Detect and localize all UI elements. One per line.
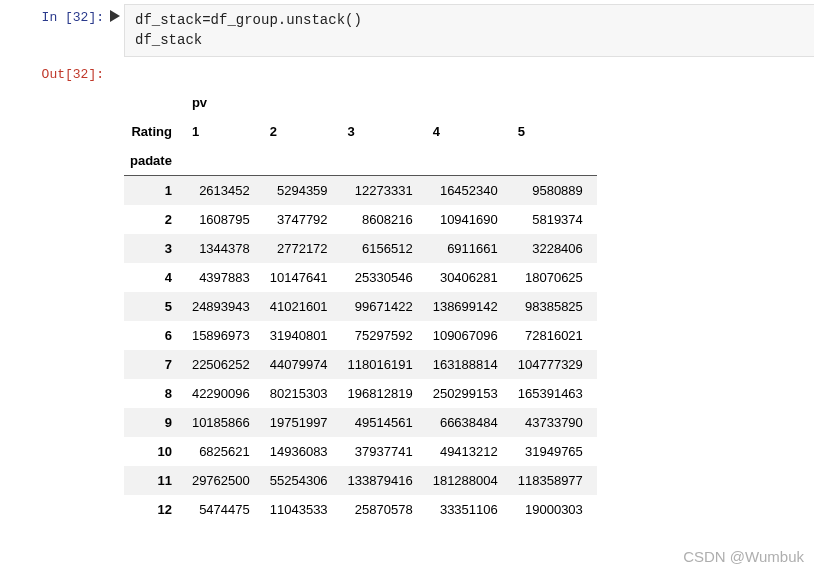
table-row: 1068256211493608337937741494132123194976… — [124, 437, 597, 466]
table-row: 7225062524407997411801619116318881410477… — [124, 350, 597, 379]
table-row-index-row: padate — [124, 146, 597, 176]
cell-value: 14936083 — [264, 437, 342, 466]
cell-value: 16452340 — [427, 176, 512, 206]
output-area: pv Rating 1 2 3 4 5 padate 1261345252943… — [0, 82, 814, 524]
cell-value: 80215303 — [264, 379, 342, 408]
code-input[interactable]: df_stack=df_group.unstack() df_stack — [124, 4, 814, 57]
table-row: 1254744751104353325870578333511061900030… — [124, 495, 597, 524]
in-prompt: In [32]: — [0, 4, 110, 25]
row-index-name: padate — [124, 146, 186, 176]
cell-value: 250299153 — [427, 379, 512, 408]
cell-value: 1608795 — [186, 205, 264, 234]
cell-value: 31940801 — [264, 321, 342, 350]
input-cell: In [32]: df_stack=df_group.unstack() df_… — [0, 0, 814, 57]
col-header: 3 — [342, 117, 427, 146]
cell-value: 22506252 — [186, 350, 264, 379]
table-row: 12613452529435912273331164523409580889 — [124, 176, 597, 206]
row-index: 8 — [124, 379, 186, 408]
cell-value: 2772172 — [264, 234, 342, 263]
cell-value: 19000303 — [512, 495, 597, 524]
row-index: 6 — [124, 321, 186, 350]
code-line: df_stack — [135, 31, 804, 51]
cell-value: 49413212 — [427, 437, 512, 466]
cell-value: 104777329 — [512, 350, 597, 379]
cell-value: 43733790 — [512, 408, 597, 437]
cell-value: 49514561 — [342, 408, 427, 437]
cell-value: 1344378 — [186, 234, 264, 263]
cell-value: 10941690 — [427, 205, 512, 234]
cell-value: 29762500 — [186, 466, 264, 495]
col-index-name: Rating — [124, 117, 186, 146]
svg-marker-0 — [110, 10, 120, 22]
row-index: 4 — [124, 263, 186, 292]
table-col-index-row: Rating 1 2 3 4 5 — [124, 117, 597, 146]
row-index: 2 — [124, 205, 186, 234]
table-row: 9101858661975199749514561666384844373379… — [124, 408, 597, 437]
table-row: 5248939434102160199671422138699142983858… — [124, 292, 597, 321]
cell-value: 5819374 — [512, 205, 597, 234]
table-row: 1129762500552543061338794161812880041183… — [124, 466, 597, 495]
run-icon[interactable] — [110, 4, 124, 22]
row-index: 11 — [124, 466, 186, 495]
cell-value: 118016191 — [342, 350, 427, 379]
cell-value: 25330546 — [342, 263, 427, 292]
cell-value: 42290096 — [186, 379, 264, 408]
table-row: 6158969733194080175297592109067096728160… — [124, 321, 597, 350]
cell-value: 99671422 — [342, 292, 427, 321]
cell-value: 15896973 — [186, 321, 264, 350]
table-row: 2160879537477928608216109416905819374 — [124, 205, 597, 234]
cell-value: 181288004 — [427, 466, 512, 495]
cell-value: 18070625 — [512, 263, 597, 292]
cell-value: 41021601 — [264, 292, 342, 321]
cell-value: 5474475 — [186, 495, 264, 524]
table-row: 313443782772172615651269116613228406 — [124, 234, 597, 263]
cell-value: 33351106 — [427, 495, 512, 524]
cell-value: 5294359 — [264, 176, 342, 206]
cell-value: 6911661 — [427, 234, 512, 263]
row-index: 10 — [124, 437, 186, 466]
cell-value: 3747792 — [264, 205, 342, 234]
cell-value: 98385825 — [512, 292, 597, 321]
cell-value: 6825621 — [186, 437, 264, 466]
col-header: 4 — [427, 117, 512, 146]
cell-value: 75297592 — [342, 321, 427, 350]
col-header: 1 — [186, 117, 264, 146]
cell-value: 3228406 — [512, 234, 597, 263]
cell-value: 2613452 — [186, 176, 264, 206]
cell-value: 72816021 — [512, 321, 597, 350]
cell-value: 138699142 — [427, 292, 512, 321]
row-index: 3 — [124, 234, 186, 263]
cell-value: 10185866 — [186, 408, 264, 437]
row-index: 1 — [124, 176, 186, 206]
col-header: 2 — [264, 117, 342, 146]
cell-value: 24893943 — [186, 292, 264, 321]
output-cell: Out[32]: — [0, 57, 814, 82]
cell-value: 133879416 — [342, 466, 427, 495]
table-row: 8422900968021530319681281925029915316539… — [124, 379, 597, 408]
out-prompt: Out[32]: — [0, 61, 110, 82]
cell-value: 37937741 — [342, 437, 427, 466]
cell-value: 163188814 — [427, 350, 512, 379]
table-row: 4439788310147641253305463040628118070625 — [124, 263, 597, 292]
cell-value: 55254306 — [264, 466, 342, 495]
cell-value: 165391463 — [512, 379, 597, 408]
cell-value: 11043533 — [264, 495, 342, 524]
row-index: 9 — [124, 408, 186, 437]
cell-value: 8608216 — [342, 205, 427, 234]
cell-value: 25870578 — [342, 495, 427, 524]
cell-value: 118358977 — [512, 466, 597, 495]
cell-value: 66638484 — [427, 408, 512, 437]
cell-value: 9580889 — [512, 176, 597, 206]
cell-value: 4397883 — [186, 263, 264, 292]
col-header: 5 — [512, 117, 597, 146]
cell-value: 30406281 — [427, 263, 512, 292]
cell-value: 6156512 — [342, 234, 427, 263]
dataframe-table: pv Rating 1 2 3 4 5 padate 1261345252943… — [124, 88, 597, 524]
cell-value: 10147641 — [264, 263, 342, 292]
row-index: 7 — [124, 350, 186, 379]
cell-value: 31949765 — [512, 437, 597, 466]
code-line: df_stack=df_group.unstack() — [135, 11, 804, 31]
cell-value: 44079974 — [264, 350, 342, 379]
cell-value: 19751997 — [264, 408, 342, 437]
table-super-header-row: pv — [124, 88, 597, 117]
